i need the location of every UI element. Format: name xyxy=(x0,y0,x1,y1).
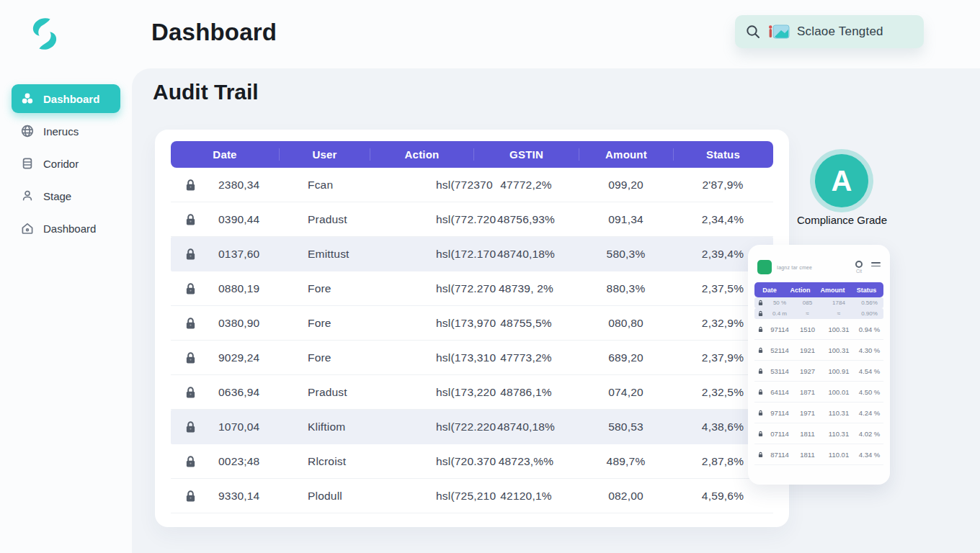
cell-user: Kliftiom xyxy=(279,421,370,433)
mini-cell: 1927 xyxy=(793,367,822,375)
mini-table-row[interactable]: 53114 1927 100.91 4.54 % xyxy=(754,361,883,382)
mini-cell: 50 % xyxy=(767,300,793,306)
cell-action: hsl(772370 xyxy=(370,179,473,192)
sidebar-item[interactable]: Dashboard xyxy=(12,214,120,243)
mini-preview-card[interactable]: Iagnz tar cmee Cit DateActionAmountStatu… xyxy=(748,245,890,485)
mini-cell: 4.34 % xyxy=(855,451,883,459)
cell-amount: 689,20 xyxy=(579,351,673,364)
sidebar-item[interactable]: Inerucs xyxy=(12,117,120,145)
cell-user: Pradust xyxy=(279,386,370,399)
cell-amount: 580,3% xyxy=(579,248,673,261)
table-column-header[interactable]: GSTIN xyxy=(473,148,579,161)
cell-gstin: 48756,93% xyxy=(473,213,579,226)
cell-user: Plodull xyxy=(279,490,370,503)
mini-cell: 07114 xyxy=(767,430,793,438)
section-title: Audit Trail xyxy=(153,80,259,104)
mini-table-row[interactable]: 64114 1871 100.01 4.50 % xyxy=(754,382,883,403)
cell-date: 0390,44 xyxy=(210,213,279,226)
cell-gstin: 47772,2% xyxy=(473,179,579,192)
sidebar-item-label: Dashboard xyxy=(43,93,99,105)
cell-action: hsl(725,210 xyxy=(370,490,473,503)
mini-table-row[interactable]: 50 % 085 1784 0.56% xyxy=(754,297,883,308)
cell-amount: 082,00 xyxy=(579,490,673,503)
mini-table-row[interactable]: 97114 1971 110.31 4.24 % xyxy=(754,403,883,423)
mini-table-row[interactable]: 87114 1811 110.01 4.34 % xyxy=(754,444,883,465)
lock-icon xyxy=(171,317,210,330)
mini-lock-icon xyxy=(754,410,767,416)
cell-date: 0137,60 xyxy=(210,248,279,261)
mini-table-row[interactable]: 0.4 m ≈ ≈ 0.90% xyxy=(754,308,883,319)
table-column-header[interactable]: Action xyxy=(370,148,473,161)
mini-card-header: Iagnz tar cmee Cit xyxy=(754,255,883,279)
sidebar: Dashboard Inerucs Coridor Stage Dashboar… xyxy=(0,68,132,553)
mini-lock-icon xyxy=(754,326,767,333)
table-column-header[interactable]: Status xyxy=(673,148,772,161)
mini-table-row[interactable]: 07114 1811 110.31 4.02 % xyxy=(754,423,883,444)
lock-icon xyxy=(171,213,210,226)
mini-cell: 52114 xyxy=(767,346,793,354)
cell-status: 2'87,9% xyxy=(673,179,772,192)
mini-cell: 100.31 xyxy=(822,325,855,333)
page-title: Dashboard xyxy=(151,19,277,46)
mini-green-app-icon[interactable] xyxy=(757,260,772,274)
mini-column-header: Action xyxy=(785,287,816,294)
cell-user: Rlcroist xyxy=(279,455,370,468)
table-row[interactable]: 2380,34 Fcan hsl(772370 47772,2% 099,20 … xyxy=(171,168,773,202)
mini-table-body: 50 % 085 1784 0.56% 0.4 m ≈ ≈ 0.90% xyxy=(754,297,883,465)
table-row[interactable]: 0880,19 Fore hsl(772.270 48739, 2% 880,3… xyxy=(171,271,773,306)
mini-cell: ≈ xyxy=(793,310,822,317)
app-logo-icon[interactable] xyxy=(26,15,63,53)
sidebar-item[interactable]: Dashboard xyxy=(12,84,120,113)
search-input-text[interactable]: Sclaoe Tengted xyxy=(797,24,883,39)
mini-cell: 64114 xyxy=(767,388,793,396)
cell-amount: 074,20 xyxy=(579,386,673,399)
table-row[interactable]: 0023;48 Rlcroist hsl(720.370 48723,%% 48… xyxy=(171,444,773,479)
mini-table-row[interactable]: 52114 1921 100.31 4.30 % xyxy=(754,340,883,361)
search-icon xyxy=(745,24,761,40)
cell-user: Fore xyxy=(279,317,370,330)
mini-cell: 110.31 xyxy=(822,409,855,417)
cell-amount: 091,34 xyxy=(579,213,673,226)
cell-gstin: 42120,1% xyxy=(473,490,579,503)
mini-cell: 1971 xyxy=(793,409,822,417)
table-row[interactable]: 0137,60 Emittust hsl(172.170 48740,18% 5… xyxy=(171,237,773,271)
mini-cell: 4.54 % xyxy=(855,367,883,375)
sidebar-item-label: Stage xyxy=(43,190,71,202)
cell-gstin: 48740,18% xyxy=(473,421,579,433)
cell-action: hsl(772.270 xyxy=(370,282,473,295)
search-bar[interactable]: Sclaoe Tengted xyxy=(735,15,924,48)
mini-ring-icon[interactable] xyxy=(855,261,863,268)
table-row[interactable]: 9330,14 Plodull hsl(725,210 42120,1% 082… xyxy=(171,479,773,513)
sidebar-item[interactable]: Coridor xyxy=(12,149,120,178)
mini-cell: 1811 xyxy=(793,451,822,459)
database-icon xyxy=(20,156,35,171)
cell-amount: 580,53 xyxy=(579,421,673,433)
cell-amount: 489,7% xyxy=(579,455,673,468)
mini-menu-icon[interactable] xyxy=(871,262,881,273)
globe-icon xyxy=(20,124,35,138)
table-row[interactable]: 1070,04 Kliftiom hsl(722.220 48740,18% 5… xyxy=(171,410,773,444)
mini-cell: 110.31 xyxy=(822,430,855,438)
cell-gstin: 48740,18% xyxy=(473,248,579,261)
table-column-header[interactable]: Amount xyxy=(579,148,673,161)
mini-table-row[interactable]: 97114 1510 100.31 0.94 % xyxy=(754,319,883,340)
lock-icon xyxy=(171,490,210,503)
mini-lock-icon xyxy=(754,300,767,306)
mini-cell: 97114 xyxy=(767,325,793,333)
table-row[interactable]: 0636,94 Pradust hsl(173,220 48786,1% 074… xyxy=(171,375,773,410)
cell-amount: 880,3% xyxy=(579,282,673,295)
cell-user: Fcan xyxy=(279,179,370,192)
lock-icon xyxy=(171,455,210,468)
table-row[interactable]: 0380,90 Fore hsl(173,970 48755,5% 080,80… xyxy=(171,306,773,341)
sidebar-item[interactable]: Stage xyxy=(12,181,120,210)
cell-action: hsl(720.370 xyxy=(370,455,473,468)
table-column-header[interactable]: User xyxy=(279,148,370,161)
mini-cell: 085 xyxy=(793,300,822,306)
table-row[interactable]: 0390,44 Pradust hsl(772.720 48756,93% 09… xyxy=(171,202,773,237)
table-row[interactable]: 9029,24 Fore hsl(173,310 47773,2% 689,20… xyxy=(171,341,773,375)
lock-icon xyxy=(171,282,210,295)
table-column-header[interactable]: Date xyxy=(171,148,279,161)
mini-column-header: Date xyxy=(754,287,785,294)
mini-table-header-row: DateActionAmountStatus xyxy=(754,282,883,297)
audit-trail-table-card: DateUserActionGSTINAmountStatus 2380,34 … xyxy=(155,130,789,527)
